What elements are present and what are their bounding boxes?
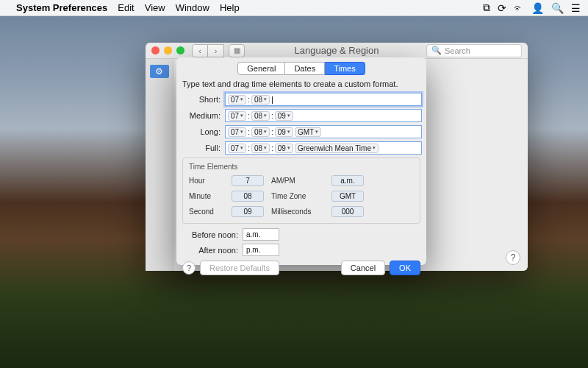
user-icon[interactable]: 👤: [531, 2, 544, 14]
el-label-timezone: Time Zone: [271, 192, 324, 200]
minute-token[interactable]: 08▾: [251, 127, 270, 137]
el-token-second[interactable]: 09: [232, 206, 264, 217]
time-elements-group: Time Elements Hour 7 AM/PM a.m. Minute 0…: [182, 158, 420, 224]
instruction-text: Type text and drag time elements to crea…: [182, 79, 420, 88]
el-label-ampm: AM/PM: [271, 177, 324, 185]
help-button[interactable]: ?: [506, 250, 520, 265]
minute-token[interactable]: 08▾: [251, 144, 270, 153]
el-token-hour[interactable]: 7: [232, 175, 264, 186]
show-all-button[interactable]: ▦: [229, 44, 245, 57]
chevron-down-icon: ▾: [264, 96, 267, 102]
second-token[interactable]: 09▾: [275, 127, 293, 137]
medium-label: Medium:: [181, 111, 220, 120]
short-label: Short:: [181, 95, 220, 104]
time-formats-sheet: General Dates Times Type text and drag t…: [176, 57, 426, 265]
tab-dates[interactable]: Dates: [285, 62, 325, 75]
minimize-button[interactable]: [164, 46, 172, 54]
long-format-field[interactable]: 07▾: 08▾: 09▾ GMT▾: [225, 125, 422, 138]
short-format-field[interactable]: 07▾ : 08▾ |: [225, 93, 422, 106]
hour-token[interactable]: 07▾: [228, 95, 246, 105]
tab-times[interactable]: Times: [325, 62, 365, 75]
search-icon: 🔍: [431, 46, 442, 55]
menu-view[interactable]: View: [145, 2, 165, 13]
dropbox-icon[interactable]: ⧉: [483, 1, 490, 14]
second-token[interactable]: 09▾: [275, 144, 293, 153]
zoom-button[interactable]: [176, 46, 184, 54]
text-cursor: |: [271, 95, 273, 104]
search-placeholder: Search: [445, 46, 470, 55]
after-noon-field[interactable]: p.m.: [243, 244, 279, 256]
timezone-token[interactable]: GMT▾: [295, 127, 321, 137]
el-token-ampm[interactable]: a.m.: [331, 175, 364, 186]
hour-token[interactable]: 07▾: [228, 127, 246, 137]
titlebar: ‹ › ▦ Language & Region 🔍 Search: [146, 43, 528, 59]
medium-format-field[interactable]: 07▾: 08▾: 09▾: [225, 109, 422, 122]
minute-token[interactable]: 08▾: [251, 111, 270, 121]
el-label-ms: Milliseconds: [271, 208, 324, 216]
menu-bar: System Preferences Edit View Window Help…: [0, 0, 588, 16]
full-format-field[interactable]: 07▾: 08▾: 09▾ Greenwich Mean Time▾: [225, 141, 422, 155]
separator: :: [248, 96, 250, 104]
second-token[interactable]: 09▾: [275, 111, 293, 121]
el-label-hour: Hour: [189, 177, 224, 185]
chevron-down-icon: ▾: [240, 96, 243, 102]
back-button[interactable]: ‹: [192, 44, 208, 57]
cancel-button[interactable]: Cancel: [341, 261, 385, 275]
tab-general[interactable]: General: [237, 62, 285, 75]
sync-icon[interactable]: ⟳: [498, 2, 506, 14]
el-token-ms[interactable]: 000: [331, 206, 364, 217]
menu-help[interactable]: Help: [220, 2, 240, 13]
app-menu[interactable]: System Preferences: [16, 2, 107, 13]
help-button[interactable]: ?: [182, 261, 196, 275]
el-label-second: Second: [189, 208, 224, 216]
group-title: Time Elements: [189, 163, 414, 171]
long-label: Long:: [181, 127, 220, 136]
ok-button[interactable]: OK: [390, 261, 420, 275]
traffic-lights: [151, 46, 184, 54]
spotlight-icon[interactable]: 🔍: [551, 2, 564, 14]
el-label-minute: Minute: [189, 192, 224, 200]
un-flag-icon: ⚙: [150, 65, 169, 78]
el-token-timezone[interactable]: GMT: [331, 191, 364, 202]
hour-token[interactable]: 07▾: [228, 144, 246, 153]
menu-edit[interactable]: Edit: [118, 2, 134, 13]
search-field[interactable]: 🔍 Search: [426, 44, 522, 57]
close-button[interactable]: [151, 46, 159, 54]
minute-token[interactable]: 08▾: [251, 95, 270, 105]
restore-defaults-button[interactable]: Restore Defaults: [200, 261, 279, 275]
before-noon-label: Before noon:: [182, 230, 238, 239]
full-label: Full:: [181, 144, 220, 152]
el-token-minute[interactable]: 08: [232, 191, 264, 202]
before-noon-field[interactable]: a.m.: [243, 228, 279, 241]
after-noon-label: After noon:: [182, 246, 238, 255]
tabs: General Dates Times: [181, 62, 422, 75]
flag-column: ⚙: [146, 59, 173, 271]
menu-window[interactable]: Window: [176, 2, 209, 13]
forward-button[interactable]: ›: [208, 44, 224, 57]
wifi-icon[interactable]: ᯤ: [514, 2, 524, 14]
timezone-long-token[interactable]: Greenwich Mean Time▾: [295, 144, 379, 153]
hour-token[interactable]: 07▾: [228, 111, 246, 121]
list-icon[interactable]: ☰: [571, 2, 581, 14]
